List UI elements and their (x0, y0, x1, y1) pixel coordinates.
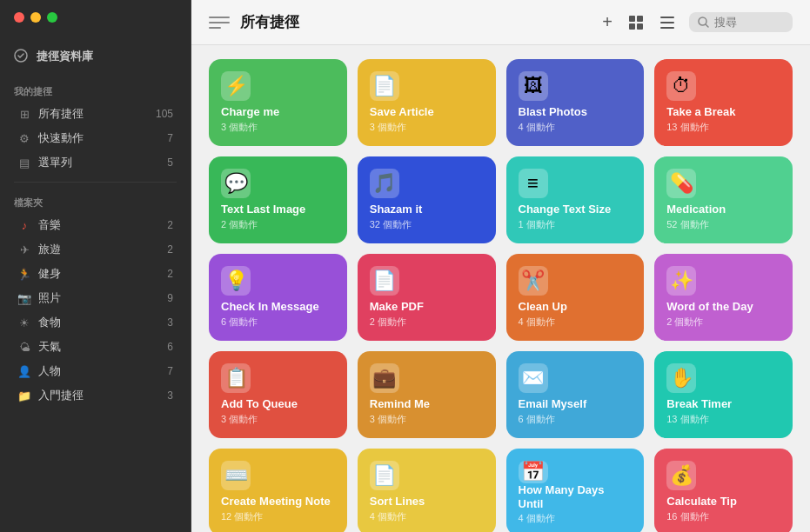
shortcut-card[interactable]: ✉️ Email Myself 6 個動作 (506, 351, 645, 438)
card-title: Remind Me (370, 397, 484, 411)
card-subtitle: 2 個動作 (221, 218, 335, 231)
card-title: Create Meeting Note (221, 495, 335, 509)
sidebar-item-music[interactable]: ♪ 音樂 2 (3, 213, 187, 237)
card-title: Blast Photos (519, 105, 633, 119)
shortcut-card[interactable]: 📄 Save Article 3 個動作 (358, 59, 496, 146)
grid-view-button[interactable] (626, 13, 646, 32)
svg-rect-7 (660, 27, 674, 29)
card-icon: 💼 (370, 363, 399, 393)
card-title: Check In Message (221, 300, 335, 314)
shortcut-card[interactable]: ✨ Word of the Day 2 個動作 (654, 254, 793, 341)
card-subtitle: 6 個動作 (221, 316, 335, 329)
sidebar-item-all-shortcuts[interactable]: ⊞ 所有捷徑 105 (3, 102, 187, 126)
shortcut-card[interactable]: ⌨️ Create Meeting Note 12 個動作 (209, 449, 347, 532)
svg-rect-6 (660, 22, 674, 23)
add-button[interactable]: + (600, 10, 614, 34)
main-content: 所有捷徑 + (191, 0, 810, 532)
sidebar-item-quick-actions[interactable]: ⚙ 快速動作 7 (3, 126, 187, 150)
card-subtitle: 52 個動作 (666, 218, 780, 231)
card-icon: ✉️ (519, 363, 548, 393)
card-icon: ⚡ (221, 71, 251, 101)
toolbar-actions: + (600, 10, 793, 34)
shortcut-card[interactable]: 💰 Calculate Tip 16 個動作 (654, 449, 793, 532)
card-icon: ✨ (666, 266, 696, 296)
page-title: 所有捷徑 (240, 12, 590, 32)
svg-rect-1 (629, 16, 635, 22)
fitness-icon: 🏃 (17, 267, 31, 281)
card-subtitle: 13 個動作 (666, 121, 780, 134)
card-icon: ✂️ (519, 266, 548, 296)
card-subtitle: 4 個動作 (519, 121, 633, 134)
card-title: Calculate Tip (666, 495, 780, 509)
shortcut-card[interactable]: 💡 Check In Message 6 個動作 (209, 254, 347, 341)
gear-icon: ⚙ (17, 131, 31, 145)
card-title: Shazam it (370, 203, 484, 216)
card-title: Make PDF (370, 300, 484, 314)
shortcut-card[interactable]: 📋 Add To Queue 3 個動作 (209, 351, 347, 438)
shortcut-card[interactable]: 📄 Make PDF 2 個動作 (358, 254, 496, 341)
card-icon: 📄 (370, 461, 399, 490)
sidebar-item-travel[interactable]: ✈ 旅遊 2 (3, 237, 187, 262)
sidebar-item-menu-bar[interactable]: ▤ 選單列 5 (3, 150, 187, 175)
folders-section: 檔案夾 (0, 190, 191, 213)
toolbar: 所有捷徑 + (191, 0, 810, 45)
shortcut-card[interactable]: 📅 How Many Days Until 4 個動作 (506, 449, 645, 532)
close-button[interactable] (14, 12, 24, 23)
shortcut-card[interactable]: ⏱ Take a Break 13 個動作 (654, 59, 793, 146)
sidebar-item-food[interactable]: ☀ 食物 3 (3, 310, 187, 335)
shortcut-card[interactable]: ≡ Change Text Size 1 個動作 (506, 156, 645, 243)
card-icon: 📄 (370, 266, 399, 296)
card-icon: 📅 (519, 461, 548, 483)
search-input[interactable] (714, 16, 784, 29)
card-title: Medication (666, 203, 780, 216)
shortcut-card[interactable]: 💬 Text Last Image 2 個動作 (209, 156, 347, 243)
card-subtitle: 4 個動作 (519, 512, 633, 525)
camera-icon: 📷 (17, 291, 31, 305)
shortcut-card[interactable]: 💊 Medication 52 個動作 (654, 156, 793, 243)
shortcut-card[interactable]: 🎵 Shazam it 32 個動作 (358, 156, 496, 243)
shortcut-card[interactable]: 📄 Sort Lines 4 個動作 (358, 449, 496, 532)
shortcut-card[interactable]: 💼 Remind Me 3 個動作 (358, 351, 496, 438)
card-icon: 📄 (370, 71, 399, 101)
cards-container: ⚡ Charge me 3 個動作 📄 Save Article 3 個動作 🖼… (191, 45, 810, 532)
sidebar-item-weather[interactable]: 🌤 天氣 6 (3, 335, 187, 359)
sidebar-item-photos[interactable]: 📷 照片 9 (3, 286, 187, 310)
search-icon (698, 17, 709, 28)
sidebar-item-starter[interactable]: 📁 入門捷徑 3 (3, 383, 187, 408)
card-title: Clean Up (519, 300, 633, 314)
shortcut-card[interactable]: ✂️ Clean Up 4 個動作 (506, 254, 645, 341)
card-icon: 💬 (221, 169, 251, 198)
list-view-button[interactable] (658, 13, 677, 32)
shortcut-card[interactable]: ⚡ Charge me 3 個動作 (209, 59, 347, 146)
card-subtitle: 3 個動作 (221, 121, 335, 134)
minimize-button[interactable] (30, 12, 41, 23)
my-shortcuts-section: 我的捷徑 (0, 78, 191, 102)
plane-icon: ✈ (17, 243, 31, 256)
card-subtitle: 3 個動作 (221, 413, 335, 426)
shortcuts-library-icon (14, 49, 30, 64)
food-icon: ☀ (17, 316, 31, 329)
card-subtitle: 6 個動作 (519, 413, 633, 426)
card-subtitle: 12 個動作 (221, 510, 335, 523)
card-icon: 💰 (666, 461, 696, 490)
card-icon: ⌨️ (221, 461, 251, 490)
grid-icon: ⊞ (17, 107, 31, 121)
sidebar-item-people[interactable]: 👤 人物 7 (3, 359, 187, 383)
card-subtitle: 2 個動作 (370, 316, 484, 329)
card-title: Change Text Size (519, 203, 633, 216)
people-icon: 👤 (17, 364, 31, 378)
card-icon: ≡ (519, 169, 548, 198)
svg-rect-3 (629, 23, 635, 30)
maximize-button[interactable] (47, 12, 57, 23)
shortcut-card[interactable]: ✋ Break Timer 13 個動作 (654, 351, 793, 438)
search-box[interactable] (689, 12, 793, 32)
card-subtitle: 3 個動作 (370, 413, 484, 426)
sidebar-item-fitness[interactable]: 🏃 健身 2 (3, 262, 187, 286)
svg-rect-5 (660, 17, 674, 18)
card-subtitle: 32 個動作 (370, 218, 484, 231)
sidebar-toggle-button[interactable] (209, 17, 230, 29)
card-title: Email Myself (519, 397, 633, 411)
card-title: Charge me (221, 105, 335, 119)
card-title: Save Article (370, 105, 484, 119)
shortcut-card[interactable]: 🖼 Blast Photos 4 個動作 (506, 59, 645, 146)
